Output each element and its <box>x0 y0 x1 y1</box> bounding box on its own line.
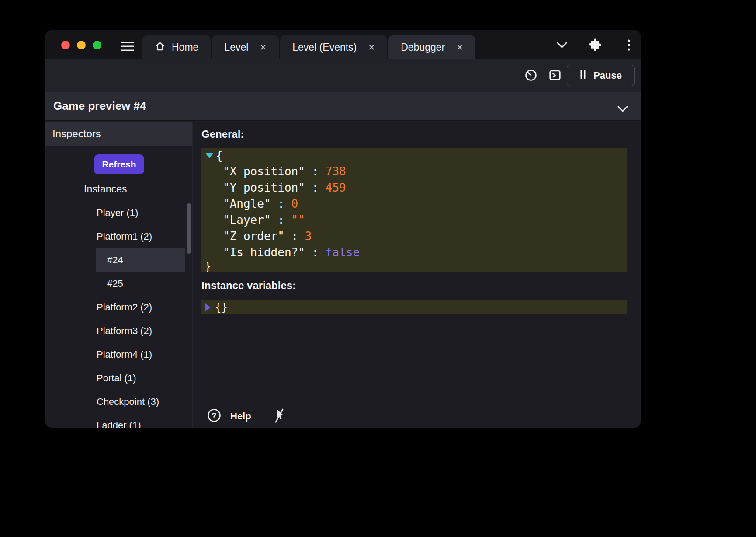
picker-disabled-icon[interactable] <box>272 408 286 425</box>
instances-list: Player (1) Platform1 (2) #24 #25 Platfor… <box>45 201 192 428</box>
json-key: "X position" <box>223 165 305 178</box>
close-window-button[interactable] <box>61 41 70 49</box>
zoom-window-button[interactable] <box>93 41 101 49</box>
menu-icon[interactable] <box>121 42 134 53</box>
sidebar-item-label: Platform3 (2) <box>97 325 152 337</box>
pause-icon <box>579 70 586 82</box>
tab-label: Level (Events) <box>292 42 357 53</box>
json-property-row[interactable]: "Angle" : 0 <box>201 195 627 212</box>
instance-variables-label: Instance variables: <box>201 279 296 292</box>
json-separator: : <box>305 165 326 178</box>
json-value: 0 <box>291 197 298 210</box>
kebab-menu-icon[interactable] <box>623 39 635 53</box>
inspectors-header-label: Inspectors <box>52 128 101 140</box>
traffic-lights <box>61 41 101 49</box>
sidebar-instance-item[interactable]: Player (1) <box>45 201 192 225</box>
tab-debugger[interactable]: Debugger ✕ <box>388 35 475 59</box>
variables-empty-object: {} <box>215 301 228 314</box>
json-key: "Z order" <box>223 230 284 243</box>
sidebar-item-label: Platform4 (1) <box>97 349 152 360</box>
app-window: Home Level ✕ Level (Events) ✕ Debugger ✕ <box>45 30 641 428</box>
general-json-entries: "X position" : 738 "Y position" : 459 "A… <box>201 163 627 260</box>
json-value: 3 <box>305 230 312 243</box>
tab-close-icon[interactable]: ✕ <box>368 43 375 52</box>
pause-button[interactable]: Pause <box>567 65 635 86</box>
sidebar-instance-item[interactable]: Platform3 (2) <box>45 319 192 343</box>
tab-home[interactable]: Home <box>142 35 211 59</box>
tab-level[interactable]: Level ✕ <box>212 35 279 59</box>
minimize-window-button[interactable] <box>77 41 86 49</box>
general-json-view: { "X position" : 738 "Y position" : 459 … <box>201 148 627 272</box>
tab-label: Level <box>224 42 248 53</box>
profiler-speedometer-icon[interactable] <box>524 68 538 84</box>
sidebar-instance-item[interactable]: Platform4 (1) <box>45 343 192 366</box>
help-label[interactable]: Help <box>230 411 251 422</box>
tab-bar-tabs: Home Level ✕ Level (Events) ✕ Debugger ✕ <box>142 35 475 59</box>
sidebar-instance-item[interactable]: Platform1 (2) <box>45 225 192 248</box>
json-separator: : <box>305 181 326 194</box>
json-key: "Angle" <box>223 197 271 210</box>
json-close-brace: } <box>205 260 212 273</box>
json-property-row[interactable]: "X position" : 738 <box>201 163 627 179</box>
tab-close-icon[interactable]: ✕ <box>260 43 267 52</box>
tab-label: Debugger <box>401 42 445 53</box>
home-icon <box>154 41 166 55</box>
sidebar-instance-item[interactable]: Ladder (1) <box>45 414 192 428</box>
json-value: false <box>326 246 360 259</box>
json-key: "Y position" <box>223 181 305 194</box>
sidebar-instance-item[interactable]: Platform2 (2) <box>45 296 192 319</box>
chevron-down-icon[interactable] <box>617 102 628 115</box>
chevron-down-icon[interactable] <box>556 42 568 51</box>
json-property-row[interactable]: "Is hidden?" : false <box>201 244 627 260</box>
sidebar-item-label: Platform1 (2) <box>97 231 152 242</box>
sidebar-item-label: Player (1) <box>97 207 138 219</box>
json-property-row[interactable]: "Layer" : "" <box>201 212 627 228</box>
tab-close-icon[interactable]: ✕ <box>456 43 463 52</box>
json-property-row[interactable]: "Z order" : 3 <box>201 228 627 244</box>
sidebar-scrollbar[interactable] <box>187 203 191 254</box>
json-separator: : <box>284 230 305 243</box>
expand-triangle-icon[interactable] <box>205 303 211 311</box>
title-bar: Home Level ✕ Level (Events) ✕ Debugger ✕ <box>45 30 641 59</box>
extensions-puzzle-icon[interactable] <box>588 38 601 53</box>
sidebar-instance-item[interactable]: #24 <box>96 248 185 272</box>
general-section-label: General: <box>201 128 244 140</box>
json-value: "" <box>291 213 305 227</box>
json-separator: : <box>271 213 291 227</box>
instances-section-label: Instances <box>84 183 127 195</box>
tab-label: Home <box>172 42 198 53</box>
console-icon[interactable] <box>548 68 562 84</box>
inspectors-sidebar: Inspectors Refresh Instances Player (1) … <box>45 122 193 428</box>
sidebar-item-label: #25 <box>107 278 123 289</box>
debugger-toolbar: Pause <box>45 59 641 92</box>
game-preview-title: Game preview #4 <box>53 99 146 113</box>
json-separator: : <box>305 246 326 259</box>
help-row: ? Help <box>207 408 286 425</box>
debugger-content: Inspectors Refresh Instances Player (1) … <box>45 122 641 428</box>
json-key: "Is hidden?" <box>223 246 305 259</box>
tab-level-events[interactable]: Level (Events) ✕ <box>280 35 387 59</box>
collapse-triangle-icon[interactable] <box>205 153 213 158</box>
json-open-brace: { <box>216 149 223 162</box>
refresh-button[interactable]: Refresh <box>94 154 144 174</box>
sidebar-item-label: Platform2 (2) <box>97 302 152 313</box>
inspector-panel: General: { "X position" : 738 "Y positio… <box>194 122 641 428</box>
sidebar-instance-item[interactable]: Checkpoint (3) <box>45 390 192 414</box>
json-value: 459 <box>326 181 346 194</box>
sidebar-item-label: Checkpoint (3) <box>97 396 159 408</box>
sidebar-instance-item[interactable]: Portal (1) <box>45 366 192 390</box>
json-separator: : <box>271 197 291 210</box>
json-close-row: } <box>201 260 627 272</box>
json-value: 738 <box>326 165 346 178</box>
inspectors-header: Inspectors <box>45 122 192 146</box>
instance-variables-json-view[interactable]: {} <box>201 300 627 314</box>
sidebar-item-label: Ladder (1) <box>97 420 141 428</box>
game-preview-selector[interactable]: Game preview #4 <box>45 92 641 121</box>
pause-button-label: Pause <box>593 70 622 81</box>
json-key: "Layer" <box>223 213 271 227</box>
help-icon[interactable]: ? <box>207 408 222 425</box>
sidebar-instance-item[interactable]: #25 <box>45 272 192 296</box>
json-property-row[interactable]: "Y position" : 459 <box>201 179 627 195</box>
json-root-row[interactable]: { <box>201 148 627 163</box>
svg-text:?: ? <box>212 411 217 420</box>
